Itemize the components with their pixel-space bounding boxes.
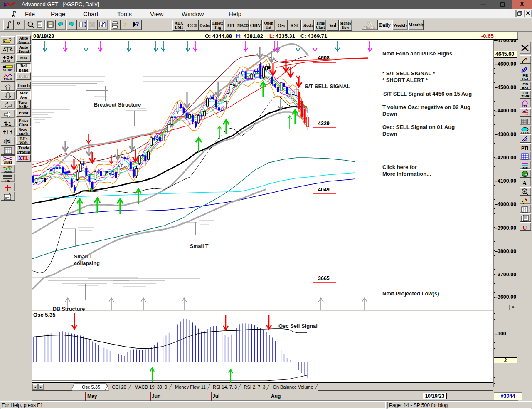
svg-text:RSI 14, 7, 3: RSI 14, 7, 3 xyxy=(213,384,237,389)
svg-text:?: ? xyxy=(123,22,127,29)
svg-text:PTI: PTI xyxy=(521,146,528,151)
svg-text:Next Projected Low(s): Next Projected Low(s) xyxy=(382,290,439,297)
svg-text:S/T SELL Signal at 4456 on 15: S/T SELL Signal at 4456 on 15 Aug xyxy=(383,91,472,97)
svg-text:S/T SELL SIGNAL: S/T SELL SIGNAL xyxy=(305,83,350,89)
svg-text:”: ” xyxy=(17,21,20,28)
svg-text:Osc Sell Signal: Osc Sell Signal xyxy=(278,323,318,329)
svg-text:4049: 4049 xyxy=(318,187,330,193)
svg-text:Money Flow 11: Money Flow 11 xyxy=(175,384,206,389)
svg-text:U: U xyxy=(522,224,527,231)
svg-text:Next Echo and Pulse Highs: Next Echo and Pulse Highs xyxy=(382,50,452,57)
svg-text:* SHORT ALERT *: * SHORT ALERT * xyxy=(382,77,428,83)
svg-text:4608: 4608 xyxy=(318,55,330,61)
svg-text:3665: 3665 xyxy=(318,275,330,281)
svg-text:Down: Down xyxy=(382,131,397,137)
svg-text:Small T: Small T xyxy=(74,254,93,260)
svg-text:FIB: FIB xyxy=(522,104,527,107)
svg-text:* S/T SELL SIGNAL *: * S/T SELL SIGNAL * xyxy=(382,70,436,77)
svg-text:On Balance Volume: On Balance Volume xyxy=(273,384,313,389)
svg-text:More Information...: More Information... xyxy=(382,171,431,177)
svg-text:Small T: Small T xyxy=(190,243,209,249)
svg-text:↕|⚟: ↕|⚟ xyxy=(3,139,11,144)
svg-text:Down: Down xyxy=(382,111,397,117)
svg-text:CCI 20: CCI 20 xyxy=(112,384,126,389)
svg-text:Osc 5,35: Osc 5,35 xyxy=(82,384,100,389)
svg-text:Click here for: Click here for xyxy=(382,164,417,170)
svg-text:Breakout Structure: Breakout Structure xyxy=(94,102,141,108)
svg-text:ELIPS: ELIPS xyxy=(521,131,529,134)
svg-text:Osc: SELL Signal on 01 Aug: Osc: SELL Signal on 01 Aug xyxy=(382,124,455,130)
svg-text:Osc 5,35: Osc 5,35 xyxy=(33,312,56,318)
svg-text:RSI 2, 7, 3: RSI 2, 7, 3 xyxy=(244,384,266,389)
svg-text:MACD 19, 39, 9: MACD 19, 39, 9 xyxy=(135,384,167,389)
svg-text:⇅1: ⇅1 xyxy=(4,121,11,127)
svg-text:4329: 4329 xyxy=(318,121,330,126)
svg-text:T volume Osc: negative on 02 A: T volume Osc: negative on 02 Aug xyxy=(382,104,470,110)
svg-text:A: A xyxy=(522,180,527,186)
svg-text:collapsing: collapsing xyxy=(74,260,100,266)
svg-text:?: ? xyxy=(136,21,139,27)
